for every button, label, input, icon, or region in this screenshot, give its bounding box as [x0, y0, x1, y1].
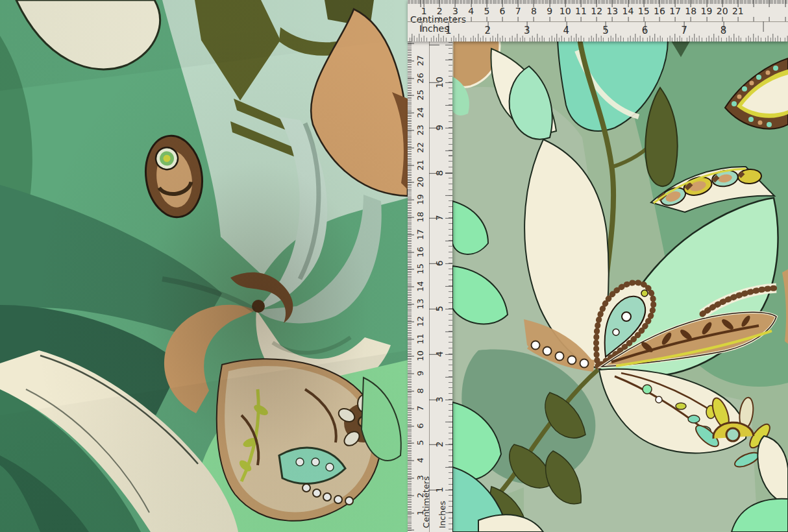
cm-tick-label: 22 — [412, 141, 429, 154]
inch-tick-label: 1 — [428, 25, 468, 36]
vertical-ruler: 1234567891011121314151617181920212223242… — [408, 42, 452, 532]
cm-tick-label: 25 — [412, 89, 429, 102]
cm-tick-label: 5 — [479, 6, 495, 16]
scrunched-fabric-photo — [0, 0, 408, 532]
cm-tick-label: 11 — [573, 6, 589, 16]
cm-tick-label: 11 — [412, 332, 429, 345]
cm-tick-label: 12 — [589, 6, 604, 16]
cm-tick-label: 14 — [412, 280, 429, 293]
inch-tick-label: 8 — [704, 25, 743, 36]
cm-tick-label: 27 — [412, 54, 429, 67]
cm-tick-label: 17 — [667, 6, 683, 16]
cm-tick-label: 19 — [412, 193, 429, 206]
cm-tick-label: 15 — [636, 6, 652, 16]
cm-tick-label: 14 — [620, 6, 635, 16]
cm-tick-label: 24 — [412, 106, 429, 119]
cm-tick-label: 7 — [510, 6, 526, 16]
inch-tick-label: 3 — [508, 25, 547, 36]
cm-tick-label: 19 — [698, 6, 714, 16]
cm-tick-label: 21 — [730, 6, 746, 16]
inch-tick-label: 6 — [417, 256, 462, 271]
horizontal-ruler-inch-eighth-ticks — [408, 38, 788, 42]
cm-tick-label: 4 — [412, 454, 429, 467]
inch-tick-label: 3 — [417, 393, 462, 407]
inch-tick-label: 7 — [417, 211, 462, 225]
inch-tick-label: 6 — [625, 25, 665, 36]
inch-tick-label: 7 — [665, 25, 704, 36]
inch-tick-label: 4 — [417, 347, 462, 361]
vertical-ruler-inch-eighth-ticks — [449, 42, 452, 532]
inch-tick-label: 8 — [417, 166, 462, 180]
inch-tick-label: 4 — [547, 25, 586, 36]
cm-tick-label: 8 — [526, 6, 541, 16]
inch-tick-label: 2 — [417, 437, 462, 452]
inch-tick-label: 10 — [417, 75, 462, 90]
horizontal-ruler: 123456789101112131415161718192021 Centim… — [408, 0, 788, 42]
vertical-ruler-cm-labels: 1234567891011121314151617181920212223242… — [413, 42, 426, 532]
cm-tick-label: 6 — [412, 419, 429, 432]
cm-tick-label: 20 — [715, 6, 730, 16]
centimeters-unit-label: Centimeters — [421, 476, 431, 528]
cm-tick-label: 18 — [683, 6, 698, 16]
cm-tick-label: 16 — [652, 6, 667, 16]
cm-tick-label: 6 — [495, 6, 510, 16]
cm-tick-label: 12 — [412, 315, 429, 328]
flat-fabric-photo — [452, 39, 788, 532]
cm-tick-label: 13 — [604, 6, 620, 16]
fabric-listing-photo: 123456789101112131415161718192021 Centim… — [0, 0, 788, 532]
inches-unit-label: Inches — [437, 501, 447, 528]
inch-tick-label: 9 — [417, 121, 462, 135]
cm-tick-label: 9 — [542, 6, 558, 16]
inch-tick-label: 5 — [586, 25, 626, 36]
cm-tick-label: 10 — [558, 6, 573, 16]
inch-tick-label: 2 — [468, 25, 508, 36]
horizontal-ruler-inch-labels: 12345678 — [428, 25, 743, 36]
inch-tick-label: 5 — [417, 302, 462, 316]
cm-tick-label: 9 — [412, 367, 429, 380]
cm-tick-label: 17 — [412, 228, 429, 241]
vertical-ruler-inch-labels: 12345678910 — [432, 42, 447, 532]
